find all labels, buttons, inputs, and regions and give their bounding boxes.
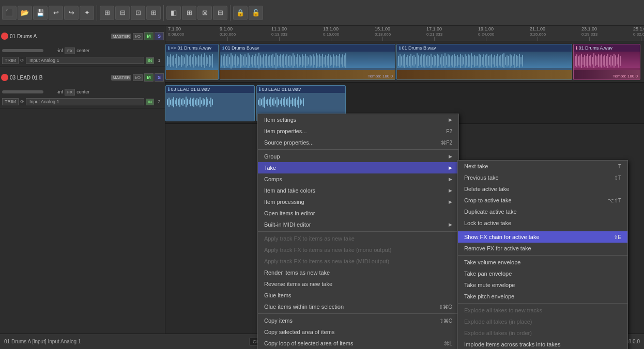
toolbar-btn-16[interactable]: 🔓 — [249, 6, 263, 20]
submenu-take-pitch-env[interactable]: Take pitch envelope — [458, 291, 627, 302]
menu-item-copy-selected-area[interactable]: Copy selected area of items — [258, 326, 458, 338]
menu-item-midi-editor[interactable]: Built-in MIDI editor ▶ — [258, 219, 458, 230]
track-1-solo[interactable]: S — [155, 32, 164, 40]
clip-1-3-label: ℹ 01 Drums B.wav — [397, 44, 572, 52]
menu-item-item-take-colors[interactable]: Item and take colors ▶ — [258, 185, 458, 196]
track-2-vol-label: -inf — [45, 89, 63, 94]
track-1-pan: center — [76, 48, 89, 53]
clip-2-1-label: ℹ 03 LEAD 01 B.wav — [166, 86, 254, 93]
track-1-vol-slider[interactable] — [2, 49, 43, 52]
submenu-remove-fx[interactable]: Remove FX for active take — [458, 243, 627, 254]
track-1-mute[interactable]: M — [144, 32, 154, 40]
clip-2-1-waveform — [166, 93, 254, 111]
track-panel: 01 Drums A MASTER I/O M S -inf FX center… — [0, 26, 165, 334]
menu-item-glue[interactable]: Glue items — [258, 290, 458, 301]
menu-item-group[interactable]: Group ▶ — [258, 151, 458, 162]
menu-sep-3 — [258, 313, 458, 314]
clip-1-2-label: ℹ 01 Drums B.wav — [220, 44, 395, 52]
submenu-take-vol-env[interactable]: Take volume envelope — [458, 257, 627, 268]
submenu-show-fx-chain[interactable]: Show FX chain for active take ⇧E — [458, 231, 627, 243]
menu-item-copy-loop[interactable]: Copy loop of selected area of items ⌘L — [258, 338, 458, 349]
track-1-vol-area: -inf FX center — [1, 46, 164, 56]
track-2-record-icon[interactable] — [1, 74, 8, 81]
clip-1-3[interactable]: ℹ 01 Drums B.wav — [396, 44, 572, 80]
track-2-vol-area: -inf FX center — [1, 87, 164, 97]
menu-item-settings[interactable]: Item settings ▶ — [258, 114, 458, 125]
ruler-mark-4: 15.1.000:18.666 — [375, 26, 391, 41]
menu-item-apply-fx-new-take: Apply track FX to items as new take — [258, 233, 458, 244]
track-2-number: 2 — [156, 99, 163, 104]
submenu-take-pan-env[interactable]: Take pan envelope — [458, 268, 627, 279]
toolbar-btn-3[interactable]: 💾 — [33, 6, 48, 20]
track-1-input[interactable]: Input Analog 1 — [26, 57, 144, 64]
track-2-env-icon[interactable]: ⟳ — [20, 99, 24, 104]
menu-item-glue-selection[interactable]: Glue items within time selection ⇧⌘G — [258, 301, 458, 312]
menu-item-render-take[interactable]: Render items as new take — [258, 267, 458, 278]
track-1-vol-label: -inf — [45, 48, 63, 53]
clip-1-1[interactable]: ℹ << 01 Drums A.wav — [165, 44, 219, 80]
clip-2-1[interactable]: ℹ 03 LEAD 01 B.wav — [165, 85, 255, 121]
track-1-fx[interactable]: FX — [65, 47, 75, 54]
track-2-input[interactable]: Input Analog 1 — [26, 98, 144, 105]
menu-item-take[interactable]: Take ▶ — [258, 162, 458, 173]
submenu-sep-2 — [458, 255, 627, 256]
toolbar-btn-7[interactable]: ⊞ — [100, 6, 114, 20]
toolbar-btn-1[interactable]: ⬛ — [2, 6, 17, 20]
toolbar-btn-15[interactable]: 🔒 — [233, 6, 248, 20]
track-2-fx[interactable]: FX — [65, 89, 75, 96]
toolbar-btn-10[interactable]: ⊞ — [146, 6, 161, 20]
clip-1-2-waveform — [220, 52, 395, 68]
ruler-mark-9: 25.1.000:32.000 — [633, 26, 644, 41]
menu-item-open-editor[interactable]: Open items in editor — [258, 208, 458, 219]
clip-1-4-label: ℹ 01 Drums A.wav — [574, 44, 640, 52]
submenu-lock-take[interactable]: Lock to active take — [458, 217, 627, 229]
menu-item-processing[interactable]: Item processing ▶ — [258, 196, 458, 208]
track-row-2: 03 LEAD 01 B MASTER I/O M S -inf FX cent… — [0, 67, 165, 108]
menu-item-apply-fx-midi: Apply track FX to items as new take (MID… — [258, 256, 458, 267]
track-2-io[interactable]: I/O — [133, 74, 143, 81]
ruler-mark-1: 9.1.000:10.666 — [220, 26, 236, 41]
track-2-bottom: TRIM ⟳ Input Analog 1 IN 2 — [1, 97, 164, 107]
clip-1-4[interactable]: ℹ 01 Drums A.wav Tempo: 180.0 — [573, 44, 640, 80]
track-2-solo[interactable]: S — [155, 73, 164, 82]
submenu-explode-in-place: Explode all takes (in place) — [458, 316, 627, 327]
toolbar-btn-6[interactable]: ✦ — [80, 6, 94, 20]
track-2-mute[interactable]: M — [144, 73, 154, 82]
submenu-sep-1 — [458, 230, 627, 230]
menu-item-properties[interactable]: Item properties... F2 — [258, 125, 458, 137]
toolbar-btn-11[interactable]: ◧ — [166, 6, 181, 20]
toolbar-btn-8[interactable]: ⊟ — [115, 6, 130, 20]
track-1-record-icon[interactable] — [1, 33, 8, 40]
submenu-prev-take[interactable]: Previous take ⇧T — [458, 172, 627, 183]
submenu-next-take[interactable]: Next take T — [458, 161, 627, 172]
submenu-delete-take[interactable]: Delete active take — [458, 183, 627, 195]
toolbar-btn-13[interactable]: ⊠ — [197, 6, 212, 20]
menu-item-comps[interactable]: Comps ▶ — [258, 173, 458, 185]
toolbar-btn-4[interactable]: ↩ — [49, 6, 63, 20]
menu-item-reverse-take[interactable]: Reverse items as new take — [258, 278, 458, 290]
clip-1-2[interactable]: ℹ 01 Drums B.wav Tempo: 180.0 — [220, 44, 395, 80]
context-menu-main[interactable]: Item settings ▶ Item properties... F2 So… — [257, 114, 459, 349]
menu-item-source-props[interactable]: Source properties... ⌘F2 — [258, 137, 458, 148]
track-1-env-icon[interactable]: ⟳ — [20, 58, 24, 63]
track-lane-1: ℹ << 01 Drums A.wav ℹ 01 Drums B.wav — [165, 41, 644, 83]
track-1-io[interactable]: I/O — [133, 33, 143, 40]
submenu-implode-across-tracks[interactable]: Implode items across tracks into takes — [458, 339, 627, 349]
toolbar-btn-9[interactable]: ⊡ — [131, 6, 145, 20]
track-1-trim[interactable]: TRIM — [2, 57, 19, 64]
submenu-take-mute-env[interactable]: Take mute envelope — [458, 279, 627, 291]
timeline-ruler: 7.1.000:08.000 9.1.000:10.666 11.1.000:1… — [165, 26, 644, 41]
toolbar-btn-12[interactable]: ⊞ — [182, 6, 196, 20]
track-2-vol-slider[interactable] — [2, 90, 43, 93]
toolbar-btn-14[interactable]: ⊟ — [213, 6, 227, 20]
submenu-crop-take[interactable]: Crop to active take ⌥⇧T — [458, 195, 627, 206]
track-info-label: 01 Drums A [input] Input Analog 1 — [4, 339, 81, 344]
menu-item-copy-items[interactable]: Copy items ⇧⌘C — [258, 315, 458, 326]
track-2-trim[interactable]: TRIM — [2, 98, 19, 105]
menu-sep-2 — [258, 231, 458, 232]
track-2-pan: center — [76, 89, 89, 94]
toolbar-btn-2[interactable]: 📂 — [18, 6, 32, 20]
submenu-duplicate-take[interactable]: Duplicate active take — [458, 206, 627, 217]
context-menu-sub[interactable]: Next take T Previous take ⇧T Delete acti… — [457, 160, 628, 349]
toolbar-btn-5[interactable]: ↪ — [64, 6, 79, 20]
